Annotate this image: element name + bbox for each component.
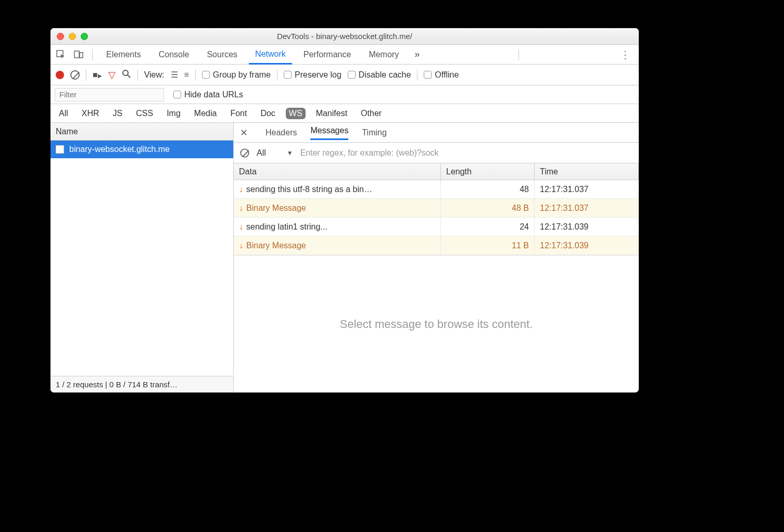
resource-type-filter: All XHR JS CSS Img Media Font Doc WS Man… bbox=[50, 104, 639, 123]
type-doc[interactable]: Doc bbox=[257, 108, 278, 119]
separator bbox=[137, 69, 138, 81]
arrow-down-icon: ↓ bbox=[239, 222, 243, 232]
request-name: binary-websocket.glitch.me bbox=[69, 145, 170, 154]
tab-headers[interactable]: Headers bbox=[265, 128, 297, 137]
message-row[interactable]: ↓Binary Message 48 B 12:17:31.037 bbox=[234, 199, 639, 218]
hide-data-urls-checkbox[interactable]: Hide data URLs bbox=[173, 90, 243, 99]
type-font[interactable]: Font bbox=[227, 108, 250, 119]
devtools-window: DevTools - binary-websocket.glitch.me/ E… bbox=[50, 28, 639, 392]
preserve-log-checkbox[interactable]: Preserve log bbox=[284, 70, 342, 80]
filter-row: Hide data URLs bbox=[50, 85, 639, 104]
titlebar: DevTools - binary-websocket.glitch.me/ bbox=[50, 28, 639, 45]
record-button[interactable] bbox=[56, 71, 64, 79]
requests-pane: Name binary-websocket.glitch.me 1 / 2 re… bbox=[50, 123, 234, 392]
window-title: DevTools - binary-websocket.glitch.me/ bbox=[50, 32, 639, 41]
svg-point-3 bbox=[123, 70, 128, 75]
message-row[interactable]: ↓sending latin1 string... 24 12:17:31.03… bbox=[234, 218, 639, 236]
message-type-dropdown[interactable]: All ▼ bbox=[257, 148, 293, 158]
type-img[interactable]: Img bbox=[163, 108, 184, 119]
document-icon bbox=[56, 145, 64, 154]
disable-cache-checkbox[interactable]: Disable cache bbox=[348, 70, 411, 80]
type-all[interactable]: All bbox=[56, 108, 71, 119]
inspect-element-icon[interactable] bbox=[55, 48, 67, 61]
search-icon[interactable] bbox=[122, 69, 131, 81]
detail-tabs: ✕ Headers Messages Timing bbox=[234, 123, 639, 143]
length-column-header[interactable]: Length bbox=[441, 163, 535, 180]
separator bbox=[195, 69, 196, 81]
messages-list: ↓sending this utf-8 string as a bin… 48 … bbox=[234, 180, 639, 256]
detail-pane: ✕ Headers Messages Timing All ▼ Data Len… bbox=[234, 123, 639, 392]
data-column-header[interactable]: Data bbox=[234, 163, 441, 180]
arrow-down-icon: ↓ bbox=[239, 241, 243, 250]
clear-messages-icon[interactable] bbox=[240, 148, 249, 157]
separator bbox=[519, 49, 519, 60]
separator bbox=[417, 69, 418, 81]
request-list: binary-websocket.glitch.me bbox=[50, 141, 233, 376]
messages-filter-bar: All ▼ bbox=[234, 143, 639, 163]
type-ws[interactable]: WS bbox=[286, 108, 306, 119]
type-js[interactable]: JS bbox=[110, 108, 126, 119]
svg-rect-2 bbox=[80, 53, 83, 58]
separator bbox=[86, 69, 86, 81]
svg-line-4 bbox=[128, 75, 130, 78]
type-media[interactable]: Media bbox=[191, 108, 220, 119]
arrow-down-icon: ↓ bbox=[239, 185, 243, 194]
tab-elements[interactable]: Elements bbox=[100, 45, 147, 64]
message-row[interactable]: ↓sending this utf-8 string as a bin… 48 … bbox=[234, 180, 639, 199]
offline-checkbox[interactable]: Offline bbox=[424, 70, 459, 80]
camera-icon[interactable]: ■▶ bbox=[93, 70, 102, 80]
message-row[interactable]: ↓Binary Message 11 B 12:17:31.039 bbox=[234, 236, 639, 255]
separator bbox=[92, 49, 93, 60]
type-css[interactable]: CSS bbox=[133, 108, 156, 119]
tab-console[interactable]: Console bbox=[153, 45, 196, 64]
tab-performance[interactable]: Performance bbox=[297, 45, 358, 64]
regex-filter-input[interactable] bbox=[300, 148, 633, 158]
group-by-frame-checkbox[interactable]: Group by frame bbox=[202, 70, 271, 80]
tab-timing[interactable]: Timing bbox=[362, 128, 386, 137]
large-rows-icon[interactable]: ☰ bbox=[171, 70, 178, 80]
filter-icon[interactable]: ▽ bbox=[108, 69, 116, 81]
main-split: Name binary-websocket.glitch.me 1 / 2 re… bbox=[50, 123, 639, 392]
type-other[interactable]: Other bbox=[358, 108, 385, 119]
waterfall-icon[interactable]: ≡ bbox=[184, 70, 189, 80]
network-toolbar: ■▶ ▽ View: ☰ ≡ Group by frame Preserve l… bbox=[50, 65, 639, 85]
device-toolbar-icon[interactable] bbox=[72, 48, 85, 61]
tab-messages[interactable]: Messages bbox=[310, 126, 348, 140]
panel-tabs: Elements Console Sources Network Perform… bbox=[50, 45, 639, 65]
request-row[interactable]: binary-websocket.glitch.me bbox=[50, 141, 233, 158]
svg-rect-1 bbox=[74, 51, 79, 58]
close-detail-icon[interactable]: ✕ bbox=[240, 127, 252, 138]
chevron-down-icon: ▼ bbox=[287, 149, 293, 157]
messages-header: Data Length Time bbox=[234, 163, 639, 180]
type-xhr[interactable]: XHR bbox=[79, 108, 103, 119]
view-label: View: bbox=[144, 70, 165, 80]
settings-menu-icon[interactable]: ⋮ bbox=[616, 48, 635, 61]
time-column-header[interactable]: Time bbox=[535, 163, 639, 180]
tabs-overflow[interactable]: » bbox=[410, 49, 424, 60]
status-bar: 1 / 2 requests | 0 B / 714 B transf… bbox=[50, 376, 233, 392]
tab-memory[interactable]: Memory bbox=[362, 45, 405, 64]
name-column-header[interactable]: Name bbox=[50, 123, 233, 141]
tab-sources[interactable]: Sources bbox=[200, 45, 244, 64]
arrow-down-icon: ↓ bbox=[239, 204, 243, 213]
separator bbox=[277, 69, 277, 81]
filter-input[interactable] bbox=[55, 88, 164, 102]
tab-network[interactable]: Network bbox=[249, 45, 292, 65]
type-manifest[interactable]: Manifest bbox=[313, 108, 350, 119]
empty-placeholder: Select message to browse its content. bbox=[234, 256, 639, 392]
clear-icon[interactable] bbox=[70, 70, 80, 80]
